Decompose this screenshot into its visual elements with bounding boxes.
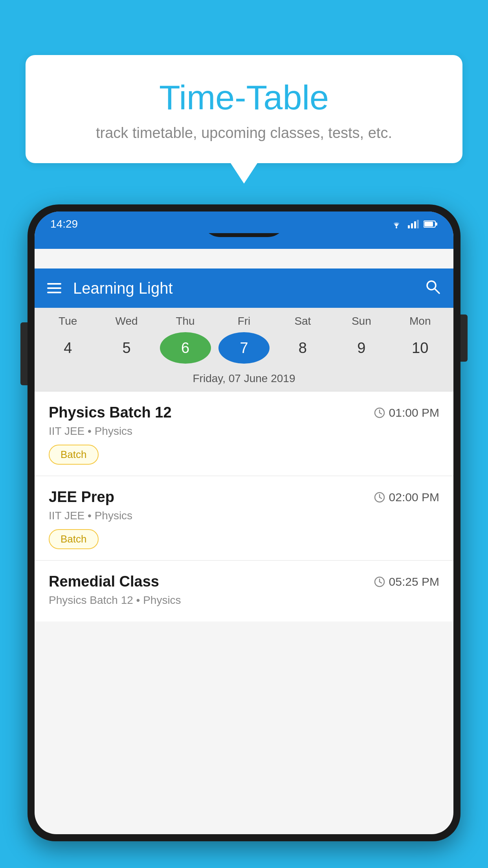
svg-rect-2: [411, 223, 413, 228]
batch-badge-2: Batch: [49, 529, 99, 549]
day-label-sun: Sun: [336, 315, 387, 327]
svg-rect-1: [408, 225, 410, 228]
class-time-3: 05:25 PM: [374, 575, 439, 588]
class-details-1: IIT JEE • Physics: [49, 425, 439, 438]
status-bar: 14:29: [35, 211, 453, 233]
class-name-2: JEE Prep: [49, 489, 114, 506]
item-2-header: JEE Prep 02:00 PM: [49, 489, 439, 506]
phone-outer: 14:29: [28, 204, 460, 841]
svg-point-0: [396, 227, 397, 228]
svg-rect-7: [435, 223, 437, 226]
wifi-icon: [390, 219, 403, 229]
day-6-today[interactable]: 6: [160, 332, 211, 364]
class-name-3: Remedial Class: [49, 573, 159, 590]
day-9[interactable]: 9: [336, 332, 387, 364]
hamburger-menu-icon[interactable]: [47, 283, 61, 293]
svg-rect-4: [417, 220, 419, 228]
app-feature-title: Time-Table: [41, 79, 447, 117]
svg-line-15: [380, 497, 382, 498]
app-title: Learning Light: [73, 280, 424, 297]
day-label-sat: Sat: [277, 315, 328, 327]
phone-mockup: 14:29: [28, 204, 460, 868]
speech-bubble: Time-Table track timetable, upcoming cla…: [26, 55, 462, 163]
schedule-item-1[interactable]: Physics Batch 12 01:00 PM IIT JEE • Phys…: [35, 392, 453, 476]
phone-screen: 14:29: [35, 211, 453, 834]
class-details-2: IIT JEE • Physics: [49, 509, 439, 522]
svg-line-9: [435, 289, 439, 293]
class-time-1: 01:00 PM: [374, 406, 439, 419]
schedule-item-3[interactable]: Remedial Class 05:25 PM Physics Batch 12…: [35, 561, 453, 622]
status-time: 14:29: [50, 218, 78, 230]
svg-line-12: [380, 413, 382, 414]
day-7-selected[interactable]: 7: [218, 332, 270, 364]
class-name-1: Physics Batch 12: [49, 404, 172, 421]
day-10[interactable]: 10: [394, 332, 446, 364]
day-5[interactable]: 5: [101, 332, 152, 364]
clock-icon-1: [374, 407, 385, 418]
class-details-3: Physics Batch 12 • Physics: [49, 594, 439, 607]
item-1-header: Physics Batch 12 01:00 PM: [49, 404, 439, 421]
item-3-header: Remedial Class 05:25 PM: [49, 573, 439, 590]
schedule-list: Physics Batch 12 01:00 PM IIT JEE • Phys…: [35, 392, 453, 622]
selected-date-label: Friday, 07 June 2019: [35, 370, 453, 392]
battery-icon: [424, 220, 438, 228]
day-label-tue: Tue: [42, 315, 94, 327]
day-label-mon: Mon: [394, 315, 446, 327]
speech-bubble-container: Time-Table track timetable, upcoming cla…: [26, 55, 462, 163]
day-label-thu: Thu: [160, 315, 211, 327]
day-4[interactable]: 4: [42, 332, 94, 364]
day-label-wed: Wed: [101, 315, 152, 327]
status-icons: [390, 219, 438, 229]
app-feature-subtitle: track timetable, upcoming classes, tests…: [41, 125, 447, 142]
day-8[interactable]: 8: [277, 332, 328, 364]
svg-rect-3: [414, 221, 416, 228]
schedule-item-2[interactable]: JEE Prep 02:00 PM IIT JEE • Physics Batc…: [35, 476, 453, 561]
signal-icon: [408, 220, 419, 228]
day-headers: Tue Wed Thu Fri Sat Sun Mon: [35, 315, 453, 332]
search-button[interactable]: [424, 278, 441, 298]
clock-icon-2: [374, 492, 385, 503]
svg-line-18: [380, 582, 382, 583]
clock-icon-3: [374, 576, 385, 587]
svg-rect-6: [424, 222, 433, 226]
day-numbers: 4 5 6 7 8 9 10: [35, 332, 453, 370]
class-time-2: 02:00 PM: [374, 491, 439, 504]
calendar-strip: Tue Wed Thu Fri Sat Sun Mon 4 5 6 7 8 9 …: [35, 308, 453, 392]
day-label-fri: Fri: [218, 315, 270, 327]
app-bar: Learning Light: [35, 268, 453, 308]
batch-badge-1: Batch: [49, 445, 99, 465]
